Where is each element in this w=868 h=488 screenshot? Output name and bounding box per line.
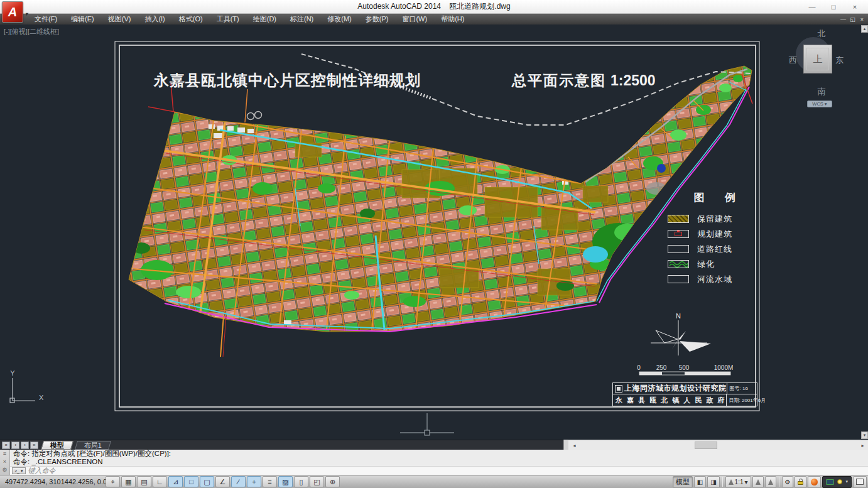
grip-icon[interactable]: ≡ [3, 450, 6, 458]
horizontal-scroll-thumb[interactable] [695, 442, 717, 449]
menu-tools[interactable]: 工具(T) [210, 14, 246, 24]
title-block: 上海同济城市规划设计研究院 图号: 16 永 嘉 县 瓯 北 镇 人 民 政 府… [612, 382, 757, 406]
command-line-panel: ≡ × ⚙ 命令: 指定对角点或 [栏选(F)/圈围(WP)/圈交(CP)]: … [0, 450, 868, 475]
customize-wrench-icon[interactable]: ⚙ [2, 466, 7, 474]
command-history-line-2: 命令: _.CLEANSCREENON [10, 458, 868, 466]
toggle-transparency[interactable]: ▨ [278, 476, 293, 487]
toggle-polar-tracking[interactable]: ⊿ [168, 476, 183, 487]
client-name: 永 嘉 县 瓯 北 镇 人 民 政 府 [613, 396, 726, 405]
menu-help[interactable]: 帮助(H) [434, 14, 471, 24]
wcs-label: WCS [812, 101, 823, 107]
toggle-object-snap[interactable]: □ [184, 476, 198, 487]
status-bar: 497472.4294, 3101442.4256, 0.0000 ⌖ ▦ ▤ … [0, 475, 868, 488]
toggle-ortho-mode[interactable]: ∟ [153, 476, 167, 487]
maximize-button[interactable]: □ [823, 0, 844, 14]
toggle-dynamic-input[interactable]: + [247, 476, 261, 487]
minimize-button[interactable]: — [801, 0, 823, 14]
menu-dimension[interactable]: 标注(N) [283, 14, 320, 24]
scale-bar: 0 250 500 1000M [637, 364, 733, 375]
menu-window[interactable]: 窗口(W) [395, 14, 434, 24]
annotation-scale-button[interactable]: 1:1 ▾ [725, 476, 751, 488]
viewcube-east-label[interactable]: 东 [835, 55, 844, 66]
model-space-button[interactable]: 模型 [673, 476, 693, 488]
viewcube-top-face[interactable]: 上 [803, 45, 832, 73]
menu-parametric[interactable]: 参数(P) [359, 14, 396, 24]
legend-title: 图 例 [668, 190, 762, 205]
menu-format[interactable]: 格式(O) [172, 14, 210, 24]
doc-minimize-button[interactable]: — [838, 14, 848, 24]
toggle-grid-display[interactable]: ▤ [137, 476, 151, 487]
status-separator [779, 477, 779, 487]
toggle-annotation-monitor[interactable]: ⊕ [325, 476, 340, 487]
sheet-number: 图号: 16 [727, 383, 771, 394]
autocad-window: Autodesk AutoCAD 2014 瓯北道路规划.dwg A ▾ — □… [0, 0, 868, 488]
scrollbar-splitter-grip[interactable] [563, 440, 568, 450]
viewcube-wcs-menu[interactable]: WCS ▾ [807, 100, 832, 107]
close-button[interactable]: × [844, 0, 865, 14]
quick-view-layouts-button[interactable]: ◧ [694, 476, 706, 488]
up-arrow-icon: ▴ [864, 26, 866, 31]
command-input-placeholder[interactable]: 键入命令 [28, 466, 56, 475]
annotation-visibility-button[interactable] [752, 476, 764, 488]
toggle-object-snap-tracking[interactable]: ∠ [215, 476, 230, 487]
autocad-logo-button[interactable]: A ▾ [2, 1, 23, 23]
model-space-canvas[interactable]: 永嘉县瓯北镇中心片区控制性详细规划 总平面示意图 1:2500 N 0 250 … [0, 24, 868, 440]
viewcube-south-label[interactable]: 南 [788, 86, 855, 97]
tab-layout1[interactable]: 布局1 [75, 441, 111, 450]
viewcube[interactable]: 北 上 西 东 南 WCS ▾ [788, 28, 855, 111]
toggle-quick-properties[interactable]: ▯ [294, 476, 308, 487]
sheet-titles: 永嘉县瓯北镇中心片区控制性详细规划 总平面示意图 1:2500 [153, 72, 656, 89]
legend-swatch-retained [668, 215, 689, 223]
toggle-infer-constraints[interactable]: ⌖ [106, 476, 120, 487]
hardware-acceleration-icon[interactable] [826, 479, 834, 485]
horizontal-scrollbar[interactable]: ◂ ▸ [568, 440, 868, 450]
toggle-snap-mode[interactable]: ▦ [121, 476, 136, 487]
performance-ball-icon [811, 479, 818, 485]
toggle-3d-object-snap[interactable]: ▢ [200, 476, 214, 487]
toggle-lineweight[interactable]: ≡ [263, 476, 277, 487]
pond [657, 164, 666, 173]
tab-first-button[interactable]: « [2, 442, 10, 449]
annotation-scale-value: 1:1 [735, 479, 744, 485]
doc-close-button[interactable]: × [857, 14, 867, 24]
menu-file[interactable]: 文件(F) [28, 14, 64, 24]
clean-screen-button[interactable] [853, 476, 867, 488]
command-input-row[interactable]: >_ ▾ 键入命令 [10, 466, 868, 475]
tab-model[interactable]: 模型 [41, 441, 73, 450]
tab-last-button[interactable]: » [30, 442, 38, 449]
ucs-y-label: Y [10, 369, 15, 377]
autocad-logo-letter: A [8, 5, 17, 19]
menu-bar: 文件(F) 编辑(E) 视图(V) 插入(I) 格式(O) 工具(T) 绘图(D… [0, 14, 868, 24]
menu-insert[interactable]: 插入(I) [138, 14, 171, 24]
viewcube-north-label[interactable]: 北 [788, 28, 855, 40]
annotation-visibility-icon [756, 479, 761, 485]
menu-modify[interactable]: 修改(M) [320, 14, 359, 24]
lake [583, 246, 608, 263]
tab-next-button[interactable]: › [21, 442, 29, 449]
viewport-controls[interactable]: [-][俯视][二维线框] [4, 27, 59, 36]
annotation-autoscale-button[interactable] [765, 476, 776, 488]
performance-button[interactable] [808, 476, 821, 488]
close-command-icon[interactable]: × [3, 458, 6, 466]
quick-view-drawings-button[interactable]: ◨ [707, 476, 719, 488]
menu-view[interactable]: 视图(V) [101, 14, 138, 24]
toggle-selection-cycling[interactable]: ◰ [310, 476, 324, 487]
viewcube-west-label[interactable]: 西 [789, 55, 797, 66]
doc-restore-button[interactable]: ◱ [848, 14, 857, 24]
legend-swatch-green [668, 260, 689, 268]
scroll-left-button[interactable]: ◂ [570, 441, 579, 450]
isolate-objects-icon[interactable] [837, 479, 842, 484]
command-prompt-button[interactable]: >_ ▾ [12, 467, 26, 474]
toolbar-lock-button[interactable] [795, 476, 806, 488]
tab-prev-button[interactable]: ‹ [11, 442, 19, 449]
menu-draw[interactable]: 绘图(D) [246, 14, 283, 24]
coordinate-display[interactable]: 497472.4294, 3101442.4256, 0.0000 [0, 478, 106, 485]
status-menu-dropdown-icon[interactable]: ▾ [845, 479, 848, 484]
workspace-switching-button[interactable]: ⚙ [782, 476, 794, 488]
drawing-main-title: 永嘉县瓯北镇中心片区控制性详细规划 [153, 72, 421, 89]
scroll-right-button[interactable]: ▸ [858, 441, 867, 450]
vertical-scroll-down-button[interactable]: ▾ [861, 431, 868, 439]
menu-edit[interactable]: 编辑(E) [64, 14, 101, 24]
vertical-scroll-up-button[interactable]: ▴ [861, 25, 868, 33]
toggle-dynamic-ucs[interactable]: ∕ [231, 476, 246, 487]
